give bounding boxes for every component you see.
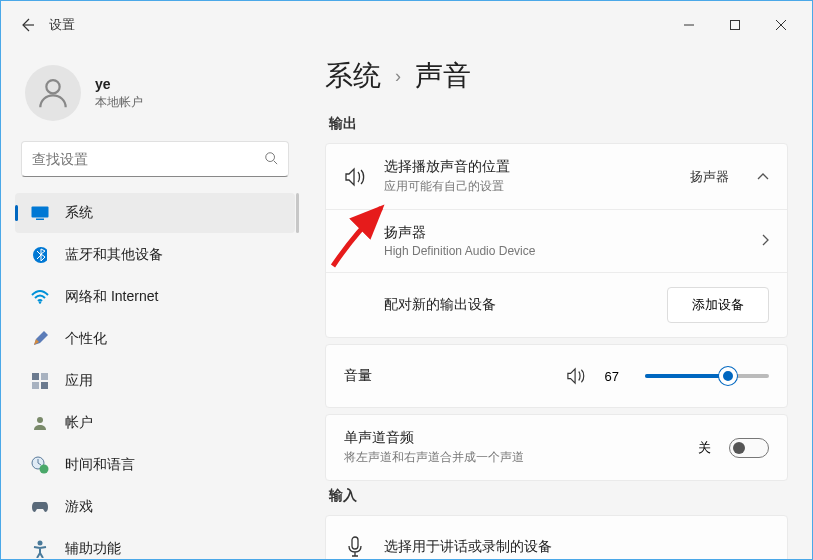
row-title: 选择播放声音的位置 xyxy=(384,158,672,176)
search-input[interactable] xyxy=(32,151,264,167)
scrollbar-thumb[interactable] xyxy=(296,193,299,233)
svg-rect-8 xyxy=(36,219,44,221)
sidebar-item-network[interactable]: 网络和 Internet xyxy=(15,277,295,317)
svg-point-4 xyxy=(46,80,59,93)
maximize-button[interactable] xyxy=(712,9,758,41)
profile-name: ye xyxy=(95,76,143,92)
speaker-icon xyxy=(344,167,366,187)
bluetooth-icon xyxy=(31,246,49,264)
svg-rect-12 xyxy=(41,373,48,380)
add-device-button[interactable]: 添加设备 xyxy=(667,287,769,323)
sidebar-item-label: 系统 xyxy=(65,204,93,222)
section-input-title: 输入 xyxy=(329,487,788,505)
sidebar-item-label: 蓝牙和其他设备 xyxy=(65,246,163,264)
sidebar-item-label: 帐户 xyxy=(65,414,93,432)
svg-line-6 xyxy=(274,160,278,164)
sidebar-item-time[interactable]: 时间和语言 xyxy=(15,445,295,485)
brush-icon xyxy=(31,330,49,348)
svg-rect-1 xyxy=(731,21,740,30)
svg-rect-7 xyxy=(32,207,49,218)
svg-point-10 xyxy=(39,301,41,303)
svg-rect-14 xyxy=(41,382,48,389)
row-subtitle: High Definition Audio Device xyxy=(384,244,743,258)
pair-output-row: 配对新的输出设备 添加设备 xyxy=(326,272,787,337)
chevron-right-icon: › xyxy=(395,66,401,87)
sidebar-item-label: 应用 xyxy=(65,372,93,390)
breadcrumb-parent[interactable]: 系统 xyxy=(325,57,381,95)
sidebar-item-accessibility[interactable]: 辅助功能 xyxy=(15,529,295,559)
svg-rect-19 xyxy=(352,537,358,549)
close-button[interactable] xyxy=(758,9,804,41)
output-device-value: 扬声器 xyxy=(690,168,729,186)
svg-point-9 xyxy=(33,247,47,263)
svg-point-5 xyxy=(266,152,275,161)
sidebar-item-gaming[interactable]: 游戏 xyxy=(15,487,295,527)
profile-block[interactable]: ye 本地帐户 xyxy=(9,57,301,137)
volume-label: 音量 xyxy=(344,367,404,385)
wifi-icon xyxy=(31,288,49,306)
back-button[interactable] xyxy=(9,7,45,43)
svg-point-15 xyxy=(37,417,43,423)
breadcrumb-current: 声音 xyxy=(415,57,471,95)
sidebar-item-accounts[interactable]: 帐户 xyxy=(15,403,295,443)
gamepad-icon xyxy=(31,498,49,516)
svg-point-18 xyxy=(38,541,43,546)
sidebar-item-label: 个性化 xyxy=(65,330,107,348)
sidebar-item-label: 时间和语言 xyxy=(65,456,135,474)
row-subtitle: 应用可能有自己的设置 xyxy=(384,178,672,195)
row-title: 扬声器 xyxy=(384,224,743,242)
svg-rect-11 xyxy=(32,373,39,380)
person-icon xyxy=(31,414,49,432)
window-title: 设置 xyxy=(49,16,75,34)
search-box[interactable] xyxy=(21,141,289,177)
speaker-icon[interactable] xyxy=(565,367,587,385)
svg-rect-13 xyxy=(32,382,39,389)
search-icon xyxy=(264,151,278,168)
row-title: 配对新的输出设备 xyxy=(384,296,649,314)
breadcrumb: 系统 › 声音 xyxy=(325,57,788,95)
profile-type: 本地帐户 xyxy=(95,94,143,111)
svg-point-17 xyxy=(40,465,49,474)
chevron-right-icon xyxy=(761,234,769,249)
sidebar-item-bluetooth[interactable]: 蓝牙和其他设备 xyxy=(15,235,295,275)
output-device-row[interactable]: 扬声器 High Definition Audio Device xyxy=(326,209,787,272)
row-title: 单声道音频 xyxy=(344,429,680,447)
volume-row: 音量 67 xyxy=(326,345,787,407)
output-choose-row[interactable]: 选择播放声音的位置 应用可能有自己的设置 扬声器 xyxy=(326,144,787,209)
input-choose-row[interactable]: 选择用于讲话或录制的设备 xyxy=(326,516,787,559)
sidebar-item-apps[interactable]: 应用 xyxy=(15,361,295,401)
mono-audio-row: 单声道音频 将左声道和右声道合并成一个声道 关 xyxy=(326,415,787,480)
row-title: 选择用于讲话或录制的设备 xyxy=(384,538,769,556)
volume-slider[interactable] xyxy=(645,374,770,378)
chevron-up-icon xyxy=(757,170,769,184)
row-subtitle: 将左声道和右声道合并成一个声道 xyxy=(344,449,680,466)
main-content: 系统 › 声音 输出 选择播放声音的位置 应用可能有自己的设置 扬声器 扬声器 … xyxy=(301,49,812,559)
sidebar-item-personalization[interactable]: 个性化 xyxy=(15,319,295,359)
apps-icon xyxy=(31,372,49,390)
avatar xyxy=(25,65,81,121)
clock-globe-icon xyxy=(31,456,49,474)
minimize-button[interactable] xyxy=(666,9,712,41)
mono-toggle[interactable] xyxy=(729,438,769,458)
sidebar-item-label: 游戏 xyxy=(65,498,93,516)
toggle-state-label: 关 xyxy=(698,439,711,457)
sidebar-item-system[interactable]: 系统 xyxy=(15,193,295,233)
section-output-title: 输出 xyxy=(329,115,788,133)
monitor-icon xyxy=(31,204,49,222)
sidebar-item-label: 网络和 Internet xyxy=(65,288,158,306)
sidebar: ye 本地帐户 系统 蓝牙和其他设备 网络和 Internet xyxy=(1,49,301,559)
mic-icon xyxy=(344,536,366,558)
volume-value: 67 xyxy=(605,369,627,384)
sidebar-item-label: 辅助功能 xyxy=(65,540,121,558)
accessibility-icon xyxy=(31,540,49,558)
